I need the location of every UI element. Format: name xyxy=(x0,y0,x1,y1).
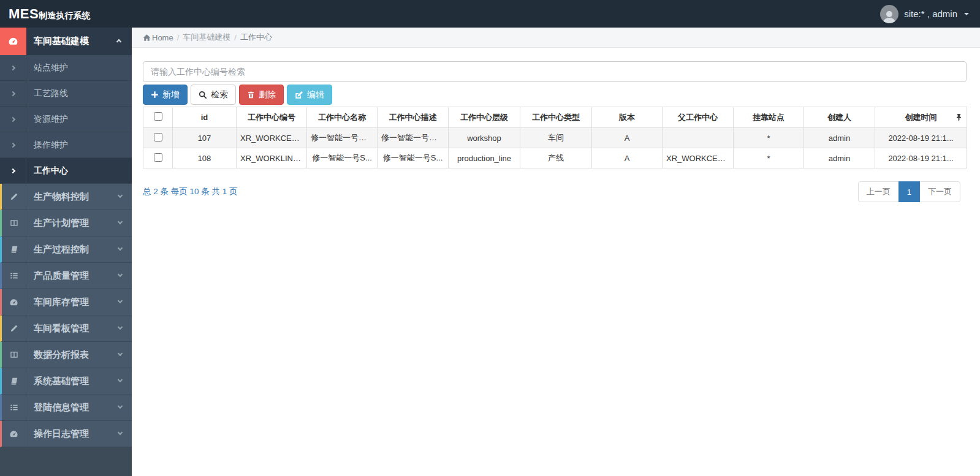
table-row[interactable]: 108 XR_WORKLINE... 修一智能一号S... 修一智能一号S...… xyxy=(143,148,967,168)
cell-code: XR_WORKCEN... xyxy=(237,128,307,148)
gauge-icon xyxy=(2,289,26,315)
cell-created: 2022-08-19 21:1... xyxy=(875,148,967,168)
columns-icon xyxy=(2,210,26,236)
sidebar-item-operation-log-management[interactable]: 操作日志管理 xyxy=(0,421,132,447)
breadcrumb-separator: / xyxy=(234,33,237,42)
sidebar-item-system-management[interactable]: 系统基础管理 xyxy=(0,368,132,395)
submenu-item-label: 工作中心 xyxy=(26,165,68,176)
submenu-item-operation-maintenance[interactable]: 操作维护 xyxy=(0,132,132,158)
cell-created: 2022-08-19 21:1... xyxy=(875,128,967,148)
sidebar-menu: 生产物料控制 生产计划管理 生产过程控制 xyxy=(0,184,132,447)
user-label: site:* , admin xyxy=(904,9,957,19)
pencil-icon xyxy=(2,315,26,341)
submenu-item-label: 工艺路线 xyxy=(26,88,68,99)
breadcrumb: Home / 车间基础建模 / 工作中心 xyxy=(132,28,980,48)
sidebar-item-workshop-modeling[interactable]: 车间基础建模 xyxy=(0,28,132,55)
sidebar-item-plan-management[interactable]: 生产计划管理 xyxy=(0,210,132,236)
sidebar-item-kanban-management[interactable]: 车间看板管理 xyxy=(0,315,132,342)
sidebar-item-label: 生产计划管理 xyxy=(26,217,89,229)
column-header-parent[interactable]: 父工作中心 xyxy=(663,107,734,128)
chevron-right-icon xyxy=(10,168,15,173)
edit-button-label: 编辑 xyxy=(307,89,324,100)
delete-button[interactable]: 删除 xyxy=(239,85,284,105)
submenu-item-resource-maintenance[interactable]: 资源维护 xyxy=(0,107,132,132)
add-button[interactable]: 新增 xyxy=(143,85,188,105)
select-all-cell xyxy=(143,107,173,128)
cell-level: production_line xyxy=(449,148,520,168)
sidebar-item-quality-management[interactable]: 产品质量管理 xyxy=(0,263,132,289)
app-logo-mes: MES xyxy=(9,6,39,22)
sidebar-item-label: 车间基础建模 xyxy=(26,36,117,47)
cell-parent xyxy=(663,128,734,148)
chevron-down-icon xyxy=(118,351,123,356)
trash-icon xyxy=(247,91,255,99)
chevron-down-icon xyxy=(118,246,123,251)
sidebar: 车间基础建模 站点维护 工艺路线 资源维护 操作维护 工作中心 xyxy=(0,28,132,476)
submenu-item-station-maintenance[interactable]: 站点维护 xyxy=(0,55,132,81)
avatar[interactable] xyxy=(880,5,898,23)
pencil-icon xyxy=(2,184,26,210)
row-checkbox[interactable] xyxy=(154,153,162,162)
cell-id: 107 xyxy=(173,128,237,148)
book-icon xyxy=(2,368,26,394)
cell-type: 产线 xyxy=(520,148,592,168)
cell-level: workshop xyxy=(449,128,520,148)
user-menu[interactable]: site:* , admin xyxy=(880,5,969,23)
chevron-up-icon xyxy=(116,39,121,43)
user-silhouette-icon xyxy=(882,9,897,23)
row-checkbox[interactable] xyxy=(154,133,162,142)
chevron-right-icon xyxy=(10,91,15,96)
add-button-label: 新增 xyxy=(162,89,180,100)
sidebar-item-label: 操作日志管理 xyxy=(26,428,89,440)
sidebar-item-analytics-reports[interactable]: 数据分析报表 xyxy=(0,342,132,368)
chevron-down-icon xyxy=(118,193,123,198)
select-all-checkbox[interactable] xyxy=(154,112,162,121)
breadcrumb-home-label: Home xyxy=(152,33,173,42)
sidebar-item-label: 登陆信息管理 xyxy=(26,402,89,414)
column-header-code[interactable]: 工作中心编号 xyxy=(237,107,307,128)
table-row[interactable]: 107 XR_WORKCEN... 修一智能一号车间 修一智能一号车间 work… xyxy=(143,128,967,148)
column-header-type[interactable]: 工作中心类型 xyxy=(520,107,592,128)
chevron-down-icon xyxy=(118,325,123,330)
sidebar-item-process-control[interactable]: 生产过程控制 xyxy=(0,236,132,263)
cell-parent: XR_WORKCEN... xyxy=(663,148,734,168)
next-page-button[interactable]: 下一页 xyxy=(919,181,960,202)
breadcrumb-level1[interactable]: 车间基础建模 xyxy=(183,32,230,43)
column-header-desc[interactable]: 工作中心描述 xyxy=(378,107,449,128)
sidebar-item-label: 系统基础管理 xyxy=(26,376,89,387)
work-center-table: id 工作中心编号 工作中心名称 工作中心描述 工作中心层级 工作中心类型 版本… xyxy=(143,107,967,168)
chevron-right-icon xyxy=(10,142,15,147)
column-header-id[interactable]: id xyxy=(173,107,237,128)
column-header-creator[interactable]: 创建人 xyxy=(804,107,875,128)
pager: 上一页 1 下一页 xyxy=(858,181,960,202)
cell-creator: admin xyxy=(804,128,875,148)
sidebar-item-label: 产品质量管理 xyxy=(26,270,89,282)
column-header-version[interactable]: 版本 xyxy=(592,107,663,128)
cell-type: 车间 xyxy=(520,128,592,148)
submenu-item-process-route[interactable]: 工艺路线 xyxy=(0,81,132,107)
pin-icon[interactable] xyxy=(955,113,962,121)
edit-icon xyxy=(295,91,303,99)
column-header-name[interactable]: 工作中心名称 xyxy=(307,107,378,128)
breadcrumb-home-link[interactable]: Home xyxy=(143,33,173,42)
chevron-down-icon xyxy=(118,377,123,382)
page-1-button[interactable]: 1 xyxy=(898,181,920,202)
search-button[interactable]: 检索 xyxy=(191,85,236,105)
column-header-created: 创建时间 xyxy=(875,107,967,128)
cell-site: * xyxy=(734,128,804,148)
submenu-item-work-center[interactable]: 工作中心 xyxy=(0,158,132,184)
sidebar-item-label: 生产物料控制 xyxy=(26,191,89,203)
sidebar-item-inventory-management[interactable]: 车间库存管理 xyxy=(0,289,132,315)
sidebar-item-label: 生产过程控制 xyxy=(26,244,89,255)
sidebar-item-label: 数据分析报表 xyxy=(26,349,89,361)
sidebar-item-login-info-management[interactable]: 登陆信息管理 xyxy=(0,395,132,421)
toolbar: 新增 检索 删除 编辑 xyxy=(143,85,967,105)
column-header-level[interactable]: 工作中心层级 xyxy=(449,107,520,128)
work-center-search-input[interactable] xyxy=(143,61,967,82)
edit-button[interactable]: 编辑 xyxy=(287,85,332,105)
column-header-created-label[interactable]: 创建时间 xyxy=(905,113,937,122)
column-header-site[interactable]: 挂靠站点 xyxy=(734,107,804,128)
prev-page-button[interactable]: 上一页 xyxy=(858,181,899,202)
gauge-icon xyxy=(0,28,26,55)
sidebar-item-material-control[interactable]: 生产物料控制 xyxy=(0,184,132,210)
